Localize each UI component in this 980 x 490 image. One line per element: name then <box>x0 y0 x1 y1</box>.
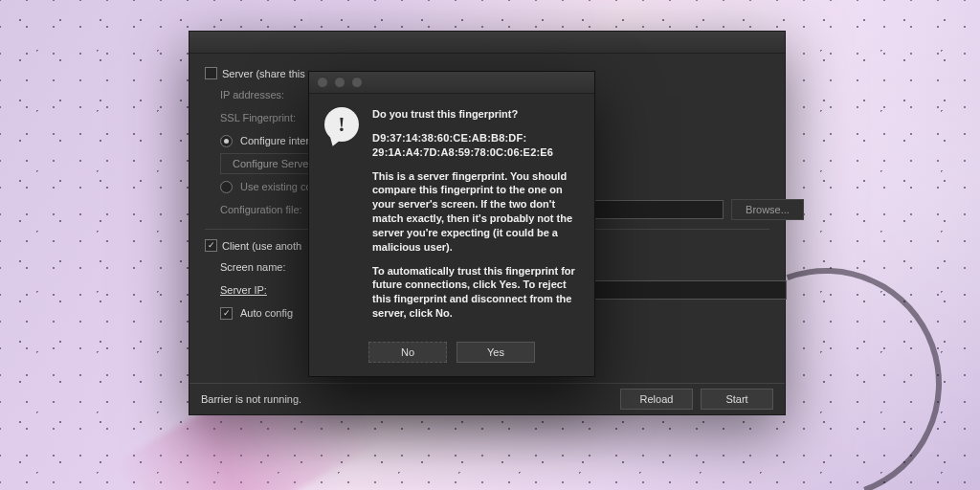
dialog-para1: This is a server fingerprint. You should… <box>372 169 579 255</box>
fingerprint-value: D9:37:14:38:60:CE:AB:B8:DF: 29:1A:A4:7D:… <box>372 131 579 160</box>
main-titlebar[interactable] <box>189 32 785 54</box>
dialog-body: ! Do you trust this fingerprint? D9:37:1… <box>309 94 594 342</box>
dialog-heading: Do you trust this fingerprint? <box>372 107 579 122</box>
reload-button[interactable]: Reload <box>620 389 693 410</box>
auto-config-label: Auto config <box>240 307 293 319</box>
traffic-light-max[interactable] <box>351 77 363 88</box>
browse-button[interactable]: Browse... <box>731 199 804 220</box>
traffic-light-close[interactable] <box>317 77 328 88</box>
fingerprint-dialog: ! Do you trust this fingerprint? D9:37:1… <box>308 71 595 377</box>
no-button[interactable]: No <box>368 342 447 363</box>
fp-line1: D9:37:14:38:60:CE:AB:B8:DF: <box>372 132 526 144</box>
traffic-light-min[interactable] <box>334 77 345 88</box>
ip-label: IP addresses: <box>220 89 316 100</box>
dialog-titlebar[interactable] <box>309 72 594 94</box>
radio-icon <box>220 135 233 147</box>
yes-button[interactable]: Yes <box>457 342 535 363</box>
server-checkbox-label: Server (share this <box>222 68 305 79</box>
client-checkbox-label: Client (use anoth <box>222 240 301 252</box>
dialog-text: Do you trust this fingerprint? D9:37:14:… <box>372 107 579 330</box>
dialog-para2: To automatically trust this fingerprint … <box>372 264 579 321</box>
ssl-label: SSL Fingerprint: <box>220 112 316 123</box>
screen-name-label: Screen name: <box>220 261 301 273</box>
bottom-bar: Barrier is not running. Reload Start <box>189 383 785 414</box>
alert-icon: ! <box>324 107 359 142</box>
radio-icon <box>220 181 233 193</box>
checkbox-icon <box>205 67 217 79</box>
checkbox-icon <box>205 239 217 252</box>
checkbox-icon <box>220 307 233 320</box>
server-ip-label: Server IP: <box>220 284 301 296</box>
dialog-buttons: No Yes <box>309 342 594 376</box>
config-file-label: Configuration file: <box>220 204 314 215</box>
fp-line2: 29:1A:A4:7D:A8:59:78:0C:06:E2:E6 <box>372 146 553 158</box>
status-text: Barrier is not running. <box>201 393 301 405</box>
start-button[interactable]: Start <box>701 389 773 410</box>
